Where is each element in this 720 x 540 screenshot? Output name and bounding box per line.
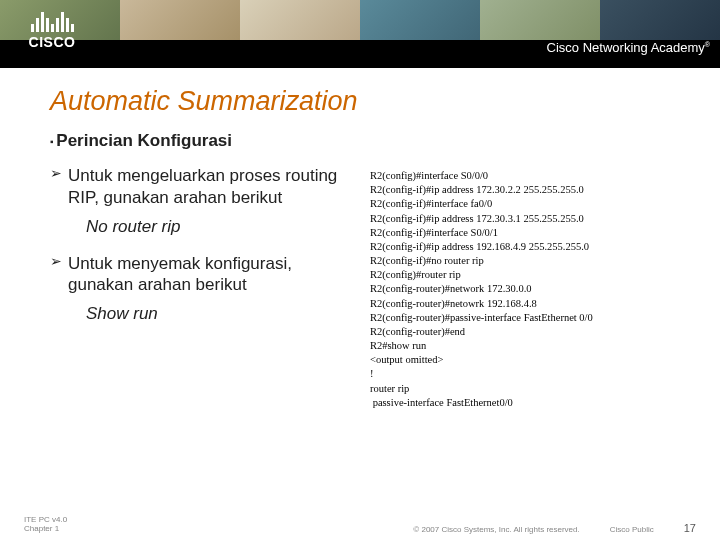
left-column: Untuk mengeluarkan proses routing RIP, g… [50, 165, 360, 410]
academy-label: Cisco Networking Academy® [547, 40, 710, 55]
footer-line1: ITE PC v4.0 [24, 515, 67, 525]
command-1: No router rip [86, 217, 360, 237]
right-column: R2(config)#interface S0/0/0 R2(config-if… [370, 165, 680, 410]
footer-left: ITE PC v4.0 Chapter 1 [24, 515, 67, 534]
slide-content: Automatic Summarization Perincian Konfig… [0, 68, 720, 410]
cisco-logo: CISCO [12, 6, 92, 62]
slide-title: Automatic Summarization [50, 86, 680, 117]
slide-subtitle: Perincian Konfigurasi [50, 131, 680, 151]
cli-output: R2(config)#interface S0/0/0 R2(config-if… [370, 169, 680, 410]
bullet-1: Untuk mengeluarkan proses routing RIP, g… [50, 165, 360, 209]
slide-footer: ITE PC v4.0 Chapter 1 © 2007 Cisco Syste… [0, 515, 720, 534]
footer-label: Cisco Public [610, 525, 654, 534]
slide-header: CISCO Cisco Networking Academy® [0, 0, 720, 68]
footer-line2: Chapter 1 [24, 524, 67, 534]
command-2: Show run [86, 304, 360, 324]
footer-copyright: © 2007 Cisco Systems, Inc. All rights re… [413, 525, 579, 534]
page-number: 17 [684, 522, 696, 534]
cisco-logo-text: CISCO [12, 34, 92, 50]
bullet-2: Untuk menyemak konfigurasi, gunakan arah… [50, 253, 360, 297]
